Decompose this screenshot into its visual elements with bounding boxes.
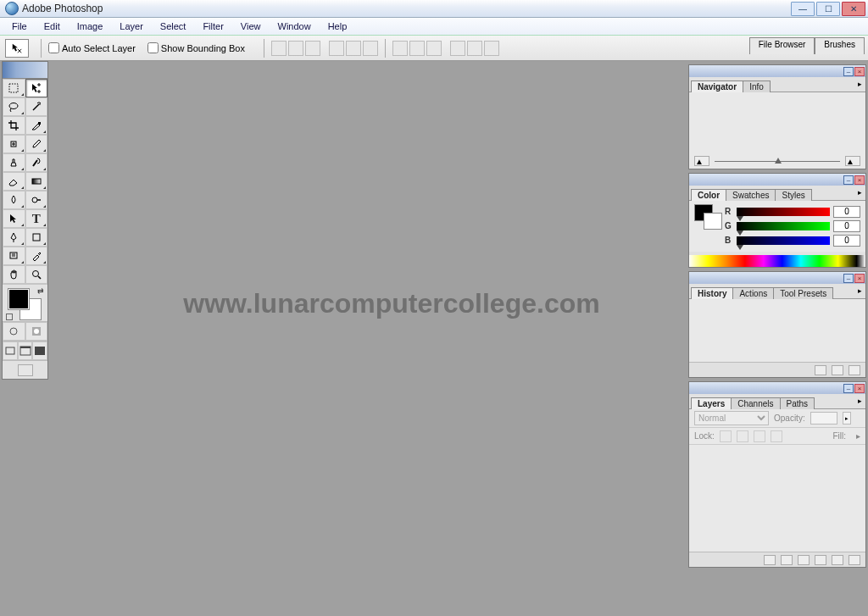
lock-all-icon[interactable] xyxy=(771,430,782,442)
hand-tool-icon[interactable] xyxy=(3,265,25,284)
panel-menu-icon[interactable]: ▸ xyxy=(858,286,862,295)
panel-menu-icon[interactable]: ▸ xyxy=(858,80,862,88)
channel-slider[interactable] xyxy=(737,222,830,230)
foreground-color-swatch[interactable] xyxy=(8,288,30,310)
screen-mode-full-menubar-icon[interactable] xyxy=(18,341,33,360)
adjustment-layer-icon[interactable] xyxy=(815,555,826,565)
tab-info[interactable]: Info xyxy=(743,80,771,92)
opacity-stepper[interactable]: ▸ xyxy=(843,412,851,425)
menu-help[interactable]: Help xyxy=(320,19,356,34)
align-btn[interactable] xyxy=(271,41,287,56)
zoom-in-icon[interactable]: ▲ xyxy=(845,156,860,166)
menu-file[interactable]: File xyxy=(3,19,36,34)
tab-actions[interactable]: Actions xyxy=(732,287,774,299)
tab-paths[interactable]: Paths xyxy=(780,397,815,409)
blend-mode-select[interactable]: Normal xyxy=(694,411,769,425)
align-btn[interactable] xyxy=(288,41,303,56)
blur-tool-icon[interactable] xyxy=(3,191,25,209)
menu-edit[interactable]: Edit xyxy=(36,19,69,34)
tab-layers[interactable]: Layers xyxy=(691,397,732,409)
notes-tool-icon[interactable] xyxy=(3,247,25,265)
menu-select[interactable]: Select xyxy=(152,19,195,34)
magic-wand-tool-icon[interactable] xyxy=(25,97,48,116)
gradient-tool-icon[interactable] xyxy=(25,172,48,191)
panel-close-button[interactable]: × xyxy=(854,384,865,393)
panel-close-button[interactable]: × xyxy=(854,67,865,76)
lock-position-icon[interactable] xyxy=(754,430,765,442)
brush-tool-icon[interactable] xyxy=(25,135,48,153)
color-swatches[interactable]: ⇄ xyxy=(3,284,47,321)
minimize-button[interactable]: — xyxy=(791,2,815,16)
channel-value[interactable]: 0 xyxy=(833,206,860,218)
panel-close-button[interactable]: × xyxy=(854,274,865,283)
quickmask-mode-icon[interactable] xyxy=(25,322,48,341)
panel-minimize-button[interactable]: – xyxy=(843,175,854,185)
dist-btn[interactable] xyxy=(392,41,408,56)
tab-history[interactable]: History xyxy=(691,287,733,299)
channel-value[interactable]: 0 xyxy=(833,235,860,247)
delete-icon[interactable] xyxy=(849,365,860,375)
dist-btn[interactable] xyxy=(484,41,499,56)
layer-mask-icon[interactable] xyxy=(781,555,793,565)
tab-styles[interactable]: Styles xyxy=(775,189,811,201)
lock-pixels-icon[interactable] xyxy=(737,430,748,442)
color-spectrum[interactable] xyxy=(689,255,865,267)
channel-slider[interactable] xyxy=(737,236,830,245)
standard-mode-icon[interactable] xyxy=(3,322,25,341)
align-btn[interactable] xyxy=(346,41,361,56)
new-document-from-state-icon[interactable] xyxy=(815,365,826,375)
dist-btn[interactable] xyxy=(467,41,482,56)
default-colors-icon[interactable] xyxy=(6,314,13,320)
marquee-tool-icon[interactable] xyxy=(3,79,25,97)
path-select-tool-icon[interactable] xyxy=(3,209,25,228)
slice-tool-icon[interactable] xyxy=(25,116,48,135)
current-tool-icon[interactable] xyxy=(5,39,29,58)
maximize-button[interactable]: ☐ xyxy=(816,2,840,16)
clone-stamp-tool-icon[interactable] xyxy=(3,153,25,172)
panel-minimize-button[interactable]: – xyxy=(843,274,854,283)
align-btn[interactable] xyxy=(363,41,378,56)
channel-value[interactable]: 0 xyxy=(833,220,860,232)
shape-tool-icon[interactable] xyxy=(25,228,48,247)
panel-menu-icon[interactable]: ▸ xyxy=(858,188,862,197)
tab-channels[interactable]: Channels xyxy=(731,397,780,409)
delete-layer-icon[interactable] xyxy=(849,555,860,565)
lock-transparency-icon[interactable] xyxy=(720,430,732,442)
menu-filter[interactable]: Filter xyxy=(194,19,231,34)
channel-slider[interactable] xyxy=(737,208,830,216)
tab-swatches[interactable]: Swatches xyxy=(726,189,776,201)
layers-list[interactable] xyxy=(689,445,865,552)
screen-mode-full-icon[interactable] xyxy=(32,341,47,360)
menu-view[interactable]: View xyxy=(232,19,270,34)
dist-btn[interactable] xyxy=(426,41,442,56)
new-snapshot-icon[interactable] xyxy=(832,365,843,375)
tab-color[interactable]: Color xyxy=(691,189,726,201)
dodge-tool-icon[interactable] xyxy=(25,191,48,209)
new-layer-icon[interactable] xyxy=(832,555,843,565)
zoom-slider[interactable] xyxy=(715,161,840,162)
type-tool-icon[interactable]: T xyxy=(25,209,48,228)
panel-minimize-button[interactable]: – xyxy=(843,67,854,76)
zoom-out-icon[interactable]: ▲ xyxy=(694,156,709,166)
swap-colors-icon[interactable]: ⇄ xyxy=(37,286,44,295)
move-tool-icon[interactable] xyxy=(25,79,48,97)
tab-file-browser[interactable]: File Browser xyxy=(749,37,815,54)
fill-stepper[interactable]: ▸ xyxy=(856,431,860,441)
menu-window[interactable]: Window xyxy=(270,19,320,34)
jump-to-imageready[interactable] xyxy=(3,360,47,379)
tab-navigator[interactable]: Navigator xyxy=(691,80,743,92)
align-btn[interactable] xyxy=(305,41,320,56)
align-btn[interactable] xyxy=(329,41,344,56)
dist-btn[interactable] xyxy=(409,41,425,56)
layer-style-icon[interactable] xyxy=(764,555,776,565)
healing-brush-tool-icon[interactable] xyxy=(3,135,25,153)
eraser-tool-icon[interactable] xyxy=(3,172,25,191)
tab-brushes[interactable]: Brushes xyxy=(815,37,865,54)
bg-swatch[interactable] xyxy=(704,213,722,230)
history-brush-tool-icon[interactable] xyxy=(25,153,48,172)
crop-tool-icon[interactable] xyxy=(3,116,25,135)
new-set-icon[interactable] xyxy=(798,555,810,565)
screen-mode-standard-icon[interactable] xyxy=(3,341,18,360)
eyedropper-tool-icon[interactable] xyxy=(25,247,48,265)
menu-image[interactable]: Image xyxy=(69,19,112,34)
